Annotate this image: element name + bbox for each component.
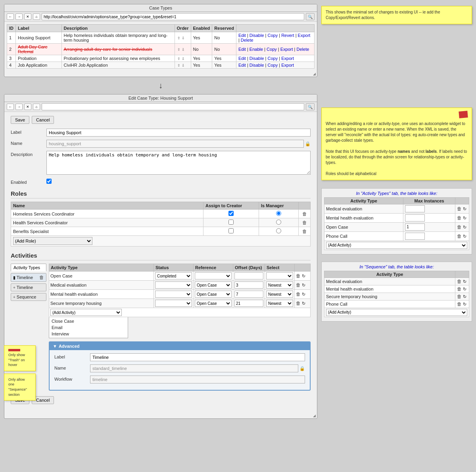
status-select[interactable] — [155, 291, 192, 298]
undo-icon[interactable]: ↻ — [463, 287, 466, 291]
max-instances-input[interactable] — [405, 223, 425, 231]
name-input[interactable] — [46, 140, 304, 148]
advanced-header[interactable]: ▼ Advanced — [50, 342, 310, 350]
add-activity-select-rt[interactable]: (Add Activity) — [326, 242, 467, 249]
activity-types-tab[interactable]: Activity Types — [11, 264, 46, 272]
timeline-item[interactable]: ▮ Timeline 🗑 — [11, 273, 46, 282]
undo-icon[interactable]: ↻ — [302, 301, 305, 306]
assign-checkbox[interactable] — [228, 228, 234, 233]
back-button[interactable]: ← — [7, 13, 14, 20]
adv-workflow-input[interactable] — [90, 376, 305, 383]
undo-icon[interactable]: ↻ — [463, 302, 466, 306]
assign-checkbox[interactable] — [228, 211, 234, 216]
trash-icon[interactable]: 🗑 — [457, 294, 462, 299]
offset-input[interactable] — [234, 272, 263, 279]
trash-icon[interactable]: 🗑 — [457, 224, 462, 230]
edit-url-input[interactable] — [42, 103, 304, 110]
max-instances-input[interactable] — [405, 214, 425, 222]
dropdown-item-interview[interactable]: Interview — [49, 331, 128, 337]
url-input[interactable] — [42, 13, 304, 20]
trash-icon[interactable]: 🗑 — [457, 215, 462, 221]
select-select[interactable]: Newest — [266, 291, 293, 298]
undo-icon[interactable]: ↻ — [463, 279, 466, 284]
delete-link[interactable]: Delete — [241, 38, 253, 42]
disable-link[interactable]: Disable — [250, 33, 264, 38]
dropdown-item-email[interactable]: Email — [49, 324, 128, 331]
export-link[interactable]: Export — [281, 63, 294, 67]
edit-link[interactable]: Edit — [238, 63, 246, 67]
trash-icon[interactable]: 🗑 — [296, 282, 301, 288]
forward-button[interactable]: → — [15, 13, 23, 20]
trash-icon[interactable]: 🗑 — [302, 229, 307, 234]
cancel-button-top[interactable]: Cancel — [32, 116, 54, 124]
export-link[interactable]: Export — [280, 47, 293, 52]
forward-button[interactable]: → — [15, 104, 23, 110]
offset-input[interactable] — [234, 291, 263, 298]
copy-link[interactable]: Copy — [268, 63, 278, 67]
order-down[interactable]: ⇩ — [181, 64, 185, 67]
label-input[interactable] — [46, 129, 311, 137]
assign-checkbox[interactable] — [228, 220, 234, 225]
undo-icon[interactable]: ↻ — [302, 283, 305, 287]
sequence-item[interactable]: + Timeline — [11, 283, 46, 291]
manager-radio[interactable] — [276, 228, 281, 233]
copy-link[interactable]: Copy — [267, 47, 277, 52]
order-down[interactable]: ⇩ — [181, 36, 185, 40]
back-button[interactable]: ← — [7, 104, 14, 110]
select-select[interactable]: Newest — [266, 281, 293, 289]
resize-handle[interactable]: ◢ — [4, 71, 317, 77]
adv-name-input[interactable] — [90, 364, 298, 372]
trash-icon[interactable]: 🗑 — [296, 291, 301, 297]
resize-handle-edit[interactable]: ◢ — [4, 413, 317, 418]
home-button[interactable]: ⌂ — [33, 13, 40, 20]
status-select[interactable] — [155, 300, 192, 307]
trash-icon[interactable]: 🗑 — [302, 211, 307, 217]
trash-icon[interactable]: 🗑 — [296, 273, 301, 279]
reference-select[interactable] — [195, 272, 232, 279]
description-textarea[interactable]: Help homeless individuals obtain tempora… — [46, 151, 311, 175]
copy-link[interactable]: Copy — [268, 33, 278, 38]
edit-link[interactable]: Edit — [238, 33, 246, 38]
trash-icon[interactable]: 🗑 — [457, 233, 462, 239]
status-select[interactable] — [155, 281, 192, 289]
stop-button[interactable]: ✕ — [24, 13, 31, 20]
undo-icon[interactable]: ↻ — [463, 206, 466, 211]
max-instances-input[interactable] — [405, 233, 425, 240]
sequence-item-2[interactable]: + Sequence — [11, 293, 46, 301]
copy-link[interactable]: Copy — [268, 56, 278, 61]
export-link[interactable]: Export — [281, 56, 294, 61]
manager-radio[interactable] — [276, 220, 281, 225]
offset-input[interactable] — [234, 281, 263, 289]
export-link[interactable]: Export — [298, 33, 311, 38]
trash-icon[interactable]: 🗑 — [39, 275, 44, 280]
delete-link[interactable]: Delete — [297, 47, 309, 52]
reference-select[interactable]: Open Case — [195, 300, 232, 307]
order-up[interactable]: ⇧ — [177, 36, 181, 40]
enable-link[interactable]: Enable — [250, 47, 263, 52]
order-up[interactable]: ⇧ — [177, 64, 181, 67]
home-button[interactable]: ⌂ — [33, 104, 40, 110]
select-select[interactable]: Newest — [266, 300, 293, 307]
enabled-checkbox[interactable] — [46, 179, 52, 184]
undo-icon[interactable]: ↻ — [463, 216, 466, 220]
undo-icon[interactable]: ↻ — [463, 225, 466, 229]
add-activity-select[interactable]: (Add Activity) — [50, 309, 122, 316]
undo-icon[interactable]: ↻ — [302, 274, 305, 278]
order-down[interactable]: ⇩ — [181, 48, 185, 52]
stop-button[interactable]: ✕ — [24, 104, 31, 110]
trash-icon[interactable]: 🗑 — [296, 301, 301, 306]
manager-radio[interactable] — [276, 211, 281, 216]
edit-search-button[interactable]: 🔍 — [306, 103, 315, 110]
trash-icon[interactable]: 🗑 — [457, 279, 462, 284]
disable-link[interactable]: Disable — [250, 56, 264, 61]
reference-select[interactable]: Open Case — [195, 291, 232, 298]
edit-link[interactable]: Edit — [238, 56, 246, 61]
undo-icon[interactable]: ↻ — [463, 234, 466, 239]
trash-icon[interactable]: 🗑 — [457, 301, 462, 307]
save-button-top[interactable]: Save — [11, 116, 29, 124]
select-select[interactable] — [266, 272, 293, 279]
order-down[interactable]: ⇩ — [181, 57, 185, 61]
reference-select[interactable]: Open Case — [195, 281, 232, 289]
status-select[interactable]: Completed — [155, 272, 192, 279]
trash-icon[interactable]: 🗑 — [457, 206, 462, 212]
